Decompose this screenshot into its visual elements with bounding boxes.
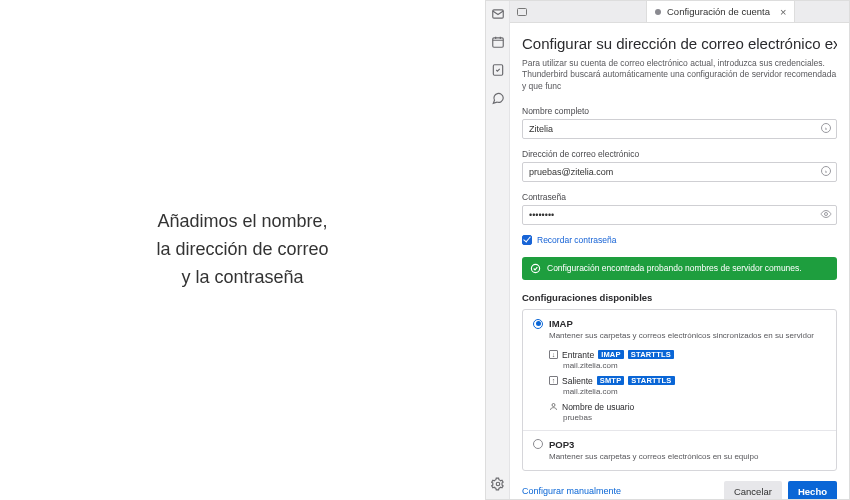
name-input[interactable] [522, 119, 837, 139]
page-title: Configurar su dirección de correo electr… [522, 35, 837, 52]
mail-icon[interactable] [491, 7, 505, 21]
home-icon[interactable] [516, 6, 528, 18]
name-label: Nombre completo [522, 106, 837, 116]
checkbox-icon [522, 235, 532, 245]
email-input[interactable] [522, 162, 837, 182]
radio-off-icon [533, 439, 543, 449]
incoming-icon: ↓ [549, 350, 558, 359]
check-circle-icon [530, 263, 541, 274]
caption-line: la dirección de correo [103, 236, 383, 264]
account-setup-panel: Configurar su dirección de correo electr… [510, 23, 849, 499]
thunderbird-window: Configuración de cuenta × Configurar su … [485, 0, 850, 500]
email-label: Dirección de correo electrónico [522, 149, 837, 159]
radio-on-icon [533, 319, 543, 329]
svg-point-9 [552, 404, 555, 407]
password-input[interactable] [522, 205, 837, 225]
done-button[interactable]: Hecho [788, 481, 837, 499]
tab-spacer [510, 1, 647, 22]
caption-line: y la contraseña [103, 264, 383, 292]
outgoing-server: ↑ Saliente SMTP STARTTLS mail.zitelia.co… [549, 376, 826, 396]
username-block: Nombre de usuario pruebas [549, 402, 826, 422]
tasks-icon[interactable] [491, 63, 505, 77]
remember-label: Recordar contraseña [537, 235, 616, 245]
radio-imap[interactable]: IMAP [533, 318, 826, 329]
available-configs-heading: Configuraciones disponibles [522, 292, 837, 303]
calendar-icon[interactable] [491, 35, 505, 49]
tab-title: Configuración de cuenta [667, 6, 770, 17]
divider [523, 430, 836, 431]
tab-account-settings[interactable]: Configuración de cuenta × [647, 1, 795, 22]
close-tab-icon[interactable]: × [780, 6, 786, 18]
action-row: Configurar manualmente Cancelar Hecho [522, 481, 837, 499]
page-subtitle: Para utilizar su cuenta de correo electr… [522, 58, 837, 92]
radio-pop3[interactable]: POP3 [533, 439, 826, 450]
outgoing-icon: ↑ [549, 376, 558, 385]
chat-icon[interactable] [491, 91, 505, 105]
remember-password-checkbox[interactable]: Recordar contraseña [522, 235, 837, 245]
success-banner: Configuración encontrada probando nombre… [522, 257, 837, 280]
config-options: IMAP Mantener sus carpetas y correos ele… [522, 309, 837, 471]
tab-bar: Configuración de cuenta × [510, 1, 849, 23]
configure-manually-link[interactable]: Configurar manualmente [522, 486, 621, 496]
svg-rect-1 [492, 38, 503, 47]
svg-point-7 [825, 213, 828, 216]
vertical-toolbar [486, 1, 510, 499]
incoming-server: ↓ Entrante IMAP STARTTLS mail.zitelia.co… [549, 350, 826, 370]
imap-desc: Mantener sus carpetas y correos electrón… [549, 331, 826, 341]
outgoing-host: mail.zitelia.com [563, 387, 826, 396]
info-icon[interactable] [820, 122, 832, 134]
eye-icon[interactable] [820, 208, 832, 220]
svg-point-3 [496, 482, 500, 486]
cancel-button[interactable]: Cancelar [724, 481, 782, 499]
incoming-host: mail.zitelia.com [563, 361, 826, 370]
security-tag: STARTTLS [628, 376, 674, 385]
user-icon [549, 402, 558, 411]
proto-tag: SMTP [597, 376, 625, 385]
svg-rect-4 [518, 8, 527, 15]
caption-line: Añadimos el nombre, [103, 208, 383, 236]
pop3-desc: Mantener sus carpetas y correos electrón… [549, 452, 826, 462]
proto-tag: IMAP [598, 350, 624, 359]
security-tag: STARTTLS [628, 350, 674, 359]
username-value: pruebas [563, 413, 826, 422]
info-icon[interactable] [820, 165, 832, 177]
password-label: Contraseña [522, 192, 837, 202]
instruction-caption: Añadimos el nombre, la dirección de corr… [0, 0, 485, 500]
settings-icon[interactable] [491, 477, 505, 491]
tab-indicator-icon [655, 9, 661, 15]
banner-text: Configuración encontrada probando nombre… [547, 263, 802, 274]
